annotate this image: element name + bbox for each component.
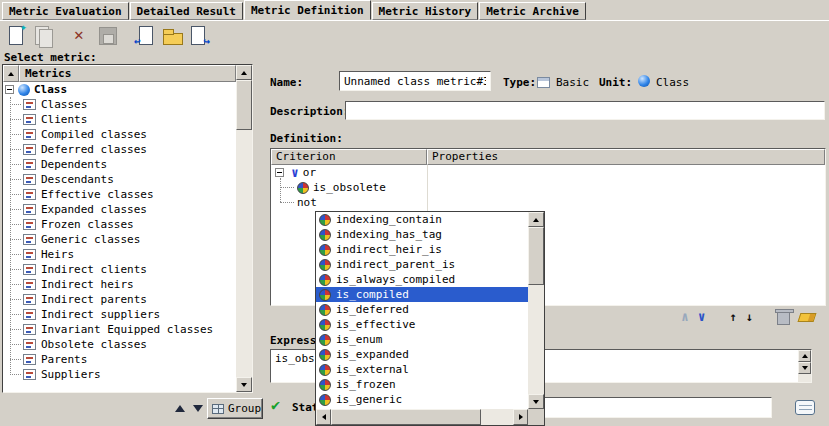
dropdown-item[interactable]: is_deferred bbox=[316, 302, 528, 317]
scroll-thumb[interactable] bbox=[528, 227, 544, 285]
import-metrics-icon[interactable] bbox=[134, 23, 158, 47]
dropdown-item-label: is_deferred bbox=[336, 303, 409, 316]
dropdown-item[interactable]: is_generic bbox=[316, 392, 528, 407]
tree-item[interactable]: Generic classes bbox=[3, 232, 236, 247]
tab[interactable]: Metric Archive bbox=[479, 2, 586, 20]
criterion-row-not[interactable]: not bbox=[271, 195, 825, 210]
tree-item[interactable]: Frozen classes bbox=[3, 217, 236, 232]
criterion-row-is-obsolete[interactable]: is_obsolete bbox=[271, 180, 825, 195]
dropdown-item[interactable]: indirect_heir_is bbox=[316, 242, 528, 257]
metric-icon bbox=[23, 354, 36, 365]
scroll-down-icon[interactable] bbox=[528, 394, 544, 409]
move-criterion-up-icon[interactable]: ↑ bbox=[730, 310, 737, 324]
criterion-icon bbox=[319, 319, 331, 331]
comment-icon[interactable] bbox=[795, 400, 815, 415]
metric-icon bbox=[23, 279, 36, 290]
unit-label: Unit: bbox=[599, 76, 632, 89]
criterion-icon bbox=[319, 364, 331, 376]
metric-icon bbox=[23, 249, 36, 260]
move-metric-down-button[interactable] bbox=[189, 400, 206, 417]
and-criterion-icon[interactable]: ∧ bbox=[681, 310, 689, 324]
properties-column-header[interactable]: Properties bbox=[427, 149, 825, 165]
erase-criterion-icon[interactable] bbox=[798, 313, 817, 322]
collapse-icon[interactable] bbox=[5, 85, 14, 94]
tree-item[interactable]: Suppliers bbox=[3, 367, 236, 382]
tree-root-class[interactable]: Class bbox=[3, 82, 236, 97]
tab[interactable]: Metric Evaluation bbox=[2, 2, 129, 20]
metric-icon bbox=[23, 159, 36, 170]
tree-item[interactable]: Descendants bbox=[3, 172, 236, 187]
dropdown-item[interactable]: is_always_compiled bbox=[316, 272, 528, 287]
delete-criterion-icon[interactable] bbox=[777, 312, 790, 325]
dropdown-item[interactable]: indirect_parent_is bbox=[316, 257, 528, 272]
criterion-row-or[interactable]: ∨ or bbox=[271, 165, 825, 180]
dropdown-item[interactable]: is_frozen bbox=[316, 377, 528, 392]
metric-icon bbox=[23, 234, 36, 245]
scroll-down-icon[interactable] bbox=[798, 362, 811, 374]
tree-item[interactable]: Compiled classes bbox=[3, 127, 236, 142]
tab[interactable]: Metric Definition bbox=[244, 0, 371, 20]
dropdown-item[interactable]: indexing_contain bbox=[316, 212, 528, 227]
tree-item[interactable]: Obsolete classes bbox=[3, 337, 236, 352]
dropdown-item[interactable]: is_effective bbox=[316, 317, 528, 332]
dropdown-item[interactable]: is_compiled bbox=[316, 287, 528, 302]
scroll-left-icon[interactable] bbox=[316, 409, 331, 425]
dropdown-horizontal-scrollbar[interactable] bbox=[316, 409, 528, 425]
tree-item[interactable]: Heirs bbox=[3, 247, 236, 262]
metrics-column-header[interactable]: Metrics bbox=[19, 65, 236, 82]
criterion-column-header[interactable]: Criterion bbox=[271, 149, 427, 165]
dropdown-item[interactable]: is_expanded bbox=[316, 347, 528, 362]
copy-metric-icon[interactable] bbox=[30, 23, 54, 47]
scroll-right-icon[interactable] bbox=[513, 409, 528, 425]
move-criterion-down-icon[interactable]: ↓ bbox=[746, 310, 753, 324]
tree-item[interactable]: Invariant Equipped classes bbox=[3, 322, 236, 337]
tree-item[interactable]: Clients bbox=[3, 112, 236, 127]
or-criterion-icon[interactable]: ∨ bbox=[698, 310, 706, 324]
type-value[interactable]: Basic bbox=[556, 76, 589, 89]
tree-item[interactable]: Deferred classes bbox=[3, 142, 236, 157]
collapse-icon[interactable] bbox=[275, 168, 284, 177]
scroll-up-icon[interactable] bbox=[798, 350, 811, 362]
tree-item[interactable]: Effective classes bbox=[3, 187, 236, 202]
scroll-up-icon[interactable] bbox=[528, 212, 544, 227]
save-metric-icon[interactable] bbox=[95, 23, 119, 47]
expression-scrollbar[interactable] bbox=[798, 350, 811, 382]
criterion-icon bbox=[319, 379, 331, 391]
tree-item-label: Deferred classes bbox=[41, 143, 147, 156]
tree-scrollbar[interactable] bbox=[236, 65, 252, 392]
group-button[interactable]: Group bbox=[207, 398, 263, 419]
unit-value[interactable]: Class bbox=[656, 76, 689, 89]
dropdown-item[interactable]: is_external bbox=[316, 362, 528, 377]
tree-item[interactable]: Indirect heirs bbox=[3, 277, 236, 292]
scroll-down-icon[interactable] bbox=[236, 377, 252, 392]
move-metric-up-button[interactable] bbox=[171, 400, 188, 417]
tree-item-label: Compiled classes bbox=[41, 128, 147, 141]
scroll-thumb[interactable] bbox=[331, 409, 481, 425]
criterion-label: not bbox=[297, 196, 317, 209]
name-input[interactable] bbox=[339, 71, 491, 91]
tree-item[interactable]: Indirect clients bbox=[3, 262, 236, 277]
tab[interactable]: Detailed Result bbox=[130, 2, 243, 20]
tree-item[interactable]: Classes bbox=[3, 97, 236, 112]
open-file-icon[interactable] bbox=[160, 23, 184, 47]
export-metrics-icon[interactable] bbox=[186, 23, 210, 47]
sort-ascending-icon[interactable] bbox=[3, 65, 19, 82]
tree-item-label: Generic classes bbox=[41, 233, 140, 246]
scroll-thumb[interactable] bbox=[236, 80, 252, 130]
type-label: Type: bbox=[503, 76, 536, 89]
description-input[interactable] bbox=[345, 101, 825, 120]
scroll-up-icon[interactable] bbox=[236, 65, 252, 80]
dropdown-vertical-scrollbar[interactable] bbox=[528, 212, 544, 409]
dropdown-item[interactable]: is_enum bbox=[316, 332, 528, 347]
tree-item[interactable]: Dependents bbox=[3, 157, 236, 172]
dropdown-item[interactable]: indexing_has_tag bbox=[316, 227, 528, 242]
delete-metric-icon[interactable] bbox=[69, 23, 93, 47]
tab[interactable]: Metric History bbox=[372, 2, 479, 20]
tree-item[interactable]: Indirect parents bbox=[3, 292, 236, 307]
tree-item[interactable]: Parents bbox=[3, 352, 236, 367]
criterion-dropdown-list: indexing_contain indexing_has_tag indire… bbox=[316, 212, 528, 409]
tree-item[interactable]: Indirect suppliers bbox=[3, 307, 236, 322]
tree-item[interactable]: Expanded classes bbox=[3, 202, 236, 217]
metric-icon bbox=[23, 129, 36, 140]
new-metric-icon[interactable] bbox=[4, 23, 28, 47]
